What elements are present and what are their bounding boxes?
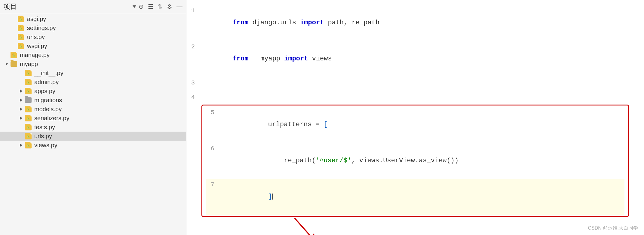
- expand-all-icon[interactable]: ⇅: [158, 3, 163, 10]
- settings-icon[interactable]: ⚙: [167, 3, 172, 10]
- spacer-icon: [18, 125, 24, 130]
- sidebar: 项目 ⊕ ☰ ⇅ ⚙ — 🐍 asgi.py 🐍 settings.py: [0, 0, 186, 235]
- bracket: ]: [268, 193, 272, 200]
- file-label: serializers.py: [34, 115, 69, 122]
- file-label: models.py: [34, 106, 62, 113]
- spacer-icon: [11, 44, 17, 48]
- keyword: from: [233, 19, 249, 26]
- list-item[interactable]: 🐍 manage.py: [0, 50, 186, 60]
- chevron-right-icon: [18, 98, 24, 102]
- line-text: ]: [220, 179, 624, 215]
- annotation-box: 5 urlpatterns = [ 6 re_path('^user/$', v…: [201, 105, 629, 217]
- code-content[interactable]: 1 from django.urls import path, re_path …: [186, 0, 644, 235]
- spacer-icon: [4, 53, 10, 57]
- python-file-icon: 🐍: [24, 69, 32, 77]
- line-text: [201, 77, 644, 89]
- python-file-icon: 🐍: [24, 78, 32, 86]
- line-number: 1: [186, 5, 201, 17]
- folder-label: migrations: [34, 97, 62, 104]
- keyword: import: [284, 55, 308, 63]
- file-label: settings.py: [27, 25, 56, 32]
- cursor: [272, 194, 273, 200]
- folder-icon: [10, 60, 18, 68]
- sidebar-header: 项目 ⊕ ☰ ⇅ ⚙ —: [0, 0, 186, 13]
- module-text: __myapp: [248, 55, 284, 63]
- list-item[interactable]: 🐍 apps.py: [0, 87, 186, 96]
- sidebar-title: 项目: [4, 2, 129, 11]
- string: '^user/$': [316, 157, 351, 164]
- file-label: tests.py: [34, 124, 55, 131]
- list-item[interactable]: 🐍 models.py: [0, 105, 186, 114]
- file-label: apps.py: [34, 88, 55, 95]
- annotation-area: app 路由: [186, 218, 635, 235]
- list-item[interactable]: ▾ myapp: [0, 60, 186, 69]
- collapse-all-icon[interactable]: ☰: [148, 3, 153, 10]
- file-tree: 🐍 asgi.py 🐍 settings.py 🐍 urls.py 🐍: [0, 13, 186, 235]
- list-item[interactable]: 🐍 settings.py: [0, 23, 186, 32]
- file-label: urls.py: [27, 34, 45, 41]
- code-line-2: 2 from __myapp import views: [186, 41, 644, 77]
- folder-open-icon: ▾: [4, 62, 10, 66]
- python-file-icon: 🐍: [17, 42, 25, 50]
- module-text: views: [308, 55, 332, 63]
- code-line-4: 4: [186, 91, 635, 103]
- keyword: from: [233, 55, 249, 63]
- code-line-5: 5 urlpatterns = [: [206, 107, 624, 143]
- python-file-icon: 🐍: [24, 142, 32, 149]
- list-item[interactable]: 🐍 wsgi.py: [0, 41, 186, 50]
- list-item[interactable]: 🐍 __init__.py: [0, 69, 186, 78]
- module-text: path, re_path: [324, 19, 379, 26]
- spacer-icon: [18, 80, 24, 84]
- line-text: from __myapp import views: [201, 41, 644, 77]
- python-file-icon: 🐍: [17, 24, 25, 32]
- list-item[interactable]: 🐍 asgi.py: [0, 14, 186, 23]
- python-file-icon: 🐍: [24, 114, 32, 122]
- spacer-icon: [11, 26, 17, 30]
- list-item[interactable]: migrations: [0, 96, 186, 105]
- spacer-icon: [18, 71, 24, 75]
- python-file-icon: 🐍: [24, 87, 32, 95]
- line-number: 6: [206, 143, 220, 155]
- python-file-icon: 🐍: [10, 51, 18, 59]
- code-line-1: 1 from django.urls import path, re_path: [186, 5, 644, 41]
- file-label: asgi.py: [27, 16, 46, 23]
- line-text: re_path('^user/$', views.UserView.as_vie…: [220, 143, 624, 179]
- folder-label: myapp: [20, 61, 38, 68]
- chevron-right-icon: [18, 143, 24, 147]
- list-item[interactable]: 🐍 urls.py: [0, 32, 186, 41]
- python-file-icon: 🐍: [17, 33, 25, 41]
- chevron-down-icon[interactable]: [133, 5, 136, 8]
- code-line-7: 7 ]: [206, 179, 624, 215]
- svg-line-1: [295, 218, 319, 235]
- file-label: __init__.py: [34, 70, 63, 77]
- python-file-icon: 🐍: [24, 124, 32, 131]
- python-file-icon: 🐍: [24, 105, 32, 113]
- chevron-right-icon: [18, 89, 24, 93]
- minus-icon[interactable]: —: [176, 3, 182, 10]
- add-icon[interactable]: ⊕: [139, 3, 144, 10]
- spacer-icon: [18, 134, 24, 139]
- variable: urlpatterns: [268, 121, 311, 128]
- list-item[interactable]: 🐍 serializers.py: [0, 114, 186, 123]
- file-label: wsgi.py: [27, 43, 47, 50]
- file-label: manage.py: [20, 52, 50, 59]
- line-number: 2: [186, 41, 201, 53]
- line-number: 3: [186, 77, 201, 89]
- line-number: 4: [186, 91, 201, 103]
- line-number: 5: [206, 107, 220, 119]
- bracket: [: [324, 121, 327, 128]
- code-text: re_path(: [268, 157, 315, 164]
- list-item[interactable]: 🐍 tests.py: [0, 123, 186, 132]
- code-line-6: 6 re_path('^user/$', views.UserView.as_v…: [206, 143, 624, 179]
- file-label: admin.py: [34, 79, 59, 86]
- python-file-icon: 🐍: [17, 15, 25, 23]
- keyword: import: [300, 19, 324, 26]
- line-number: 7: [206, 179, 220, 191]
- arrow-svg: [283, 215, 343, 235]
- list-item[interactable]: 🐍 urls.py: [0, 132, 186, 141]
- code-text: , views.UserView.as_view()): [351, 157, 458, 164]
- list-item[interactable]: 🐍 admin.py: [0, 78, 186, 87]
- line-text: from django.urls import path, re_path: [201, 5, 644, 41]
- spacer-icon: [11, 17, 17, 21]
- list-item[interactable]: 🐍 views.py: [0, 141, 186, 150]
